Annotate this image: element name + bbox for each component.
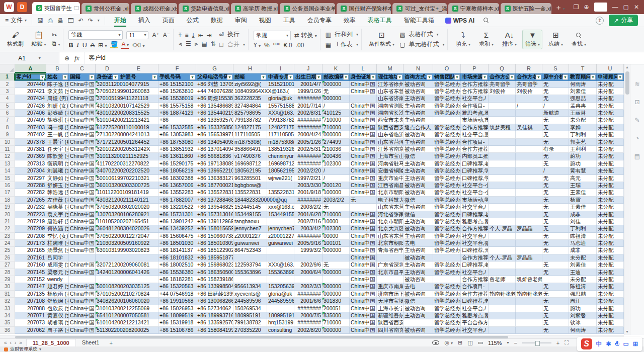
cell-G13[interactable]: +86 1971380890 — [196, 160, 233, 167]
cell-M16[interactable]: 江西省南昌 — [377, 182, 404, 189]
cell-J14[interactable]: 2002/2/20 — [294, 167, 323, 174]
cell-M13[interactable]: 河南省驻马 — [377, 160, 404, 167]
cell-P20[interactable]: 口碑推荐,老 — [461, 211, 489, 218]
sogou-ime-icon[interactable]: S — [581, 338, 592, 349]
cell-D6[interactable]: 430102200208315525 — [96, 110, 119, 117]
cell-H4[interactable]: 362228235 — [233, 95, 267, 102]
cell-F28[interactable]: +86 15536380 — [158, 269, 196, 276]
cell-K26[interactable] — [323, 254, 350, 261]
cell-F26[interactable]: +86 18101832 — [158, 254, 196, 261]
cell-L28[interactable]: China中国 — [350, 269, 377, 276]
cell-D28[interactable]: 142401200006041426 — [96, 269, 119, 276]
cell-M27[interactable]: 广东省深圳 — [377, 261, 404, 269]
cell-T5[interactable]: 孟冉冉 — [569, 103, 597, 110]
cell-F25[interactable]: +86 18141137 — [158, 247, 196, 254]
cell-C15[interactable]: China中国 — [69, 175, 96, 182]
cell-P27[interactable]: 口碑推荐,老 — [461, 261, 489, 269]
cell-B14[interactable]: 刘晨曦 (女 — [46, 167, 69, 174]
cell-H12[interactable]: v17490376 — [233, 153, 267, 160]
cell-J27[interactable]: 2002/9/6 — [294, 261, 323, 269]
cell-G15[interactable]: +86 1363831276 — [196, 175, 233, 182]
cell-K22[interactable]: 102300 — [323, 225, 350, 232]
column-header-D[interactable]: D — [96, 64, 119, 73]
cell-G24[interactable]: +86 1850103098 — [196, 240, 233, 247]
cell-R30[interactable] — [516, 283, 542, 290]
cell-M3[interactable]: 山东省东营 — [377, 88, 404, 95]
align-left-icon[interactable]: ⫷ — [179, 40, 182, 47]
cell-S24[interactable]: 无 — [542, 240, 569, 247]
cell-B20[interactable]: 袁文宇 (女 — [46, 211, 69, 218]
cell-P5[interactable]: 合作项目- — [461, 103, 489, 110]
cell-G12[interactable]: +86 56681836 — [196, 153, 233, 160]
filter-dropdown-icon[interactable]: ▼ — [397, 74, 403, 80]
cell-L21[interactable]: China中国 — [350, 218, 377, 225]
cell-U23[interactable]: 未分配 — [597, 233, 624, 240]
cell-J36[interactable]: 2002/8/20 — [294, 327, 323, 334]
cell-L36[interactable]: China中国 — [350, 327, 377, 334]
cell-N20[interactable]: 微信 — [404, 211, 433, 218]
cell-D5[interactable]: 430103200107142529 — [96, 103, 119, 110]
ime-language-toggle[interactable]: 中 — [596, 340, 602, 348]
paste-button[interactable]: 📋粘贴 ▾ — [29, 30, 49, 49]
cell-L12[interactable]: China中国 — [350, 153, 377, 160]
cell-L30[interactable]: China中国 — [350, 283, 377, 290]
zoom-slider[interactable] — [522, 342, 551, 343]
layout-switch-icon[interactable]: ❐ — [574, 4, 579, 11]
cell-U13[interactable]: 未分配 — [597, 160, 624, 167]
cell-J24[interactable]: 2005/9/16 — [294, 240, 323, 247]
cell-L20[interactable]: China中国 — [350, 211, 377, 218]
cell-I33[interactable] — [267, 305, 294, 312]
cell-U34[interactable]: 未分配 — [597, 312, 624, 319]
cell-I26[interactable] — [267, 254, 294, 261]
cell-L23[interactable]: China中国 — [350, 233, 377, 240]
cell-K16[interactable]: 200120 — [323, 182, 350, 189]
cell-A24[interactable]: 207173 — [15, 240, 46, 247]
cell-Q34[interactable] — [489, 312, 516, 319]
cell-Q17[interactable] — [489, 189, 516, 196]
cell-S26[interactable] — [542, 254, 569, 261]
cell-C31[interactable]: China中国 — [69, 291, 96, 298]
cell-P36[interactable]: 社交平台,/ — [461, 327, 489, 334]
cell-J15[interactable]: 1997/2/21 — [294, 175, 323, 182]
column-header-S[interactable]: S — [542, 64, 569, 73]
cell-E26[interactable] — [119, 254, 158, 261]
cut-button[interactable]: ✂ — [52, 31, 60, 39]
cell-A14[interactable]: 207304 — [15, 167, 46, 174]
filter-dropdown-icon[interactable]: ▼ — [370, 74, 376, 80]
cell-P14[interactable]: 口碑推荐,学 — [461, 167, 489, 174]
cell-R7[interactable] — [516, 117, 542, 124]
cell-P19[interactable]: 社交平台,/ — [461, 204, 489, 211]
cell-O15[interactable]: 留学总经办 — [433, 175, 461, 182]
cell-K31[interactable]: 000000 — [323, 291, 350, 298]
cell-I30[interactable]: 153205639 — [267, 283, 294, 290]
page-break-icon[interactable]: ▭ — [478, 339, 483, 346]
cell-F13[interactable]: +86 15290175 — [158, 160, 196, 167]
cell-L15[interactable]: China中国 — [350, 175, 377, 182]
cell-F17[interactable]: +86 13552283 — [158, 189, 196, 196]
cell-O34[interactable]: 留学总经办 — [433, 312, 461, 319]
cell-M12[interactable]: 上海市宝山 — [377, 153, 404, 160]
cell-G28[interactable]: +86 1863505000 — [196, 269, 233, 276]
cell-Q7[interactable] — [489, 117, 516, 124]
panel-box-icon[interactable]: ⊡ — [634, 99, 639, 106]
cell-I7[interactable]: 799138782 — [267, 117, 294, 124]
cell-P17[interactable]: 社交平台-小 — [461, 189, 489, 196]
strikethrough-button[interactable]: A — [91, 42, 95, 49]
cell-I5[interactable]: 155751588 — [267, 103, 294, 110]
cell-G20[interactable]: +86 1573130169 — [196, 211, 233, 218]
cell-J3[interactable]: 1999/1/26 — [294, 88, 323, 95]
row-header-21[interactable]: 21 — [0, 218, 15, 225]
cell-H32[interactable]: 244589596 — [233, 298, 267, 305]
fill-button[interactable]: ⤵填充 ▾ — [453, 30, 473, 49]
cell-A27[interactable]: 207160 — [15, 261, 46, 269]
cell-C21[interactable]: China中国 — [69, 218, 96, 225]
cell-style-button[interactable]: ▢单元格样式 ▾ — [399, 40, 444, 49]
cell-M21[interactable]: 北京市朝阳 — [377, 218, 404, 225]
cell-R3[interactable]: 刘俊伶 — [516, 88, 542, 95]
filter-dropdown-icon[interactable]: ▼ — [316, 74, 321, 80]
cell-M31[interactable]: 济南市历下 — [377, 291, 404, 298]
horizontal-scrollbar[interactable] — [0, 335, 624, 338]
cell-M14[interactable]: 安徽省铜陵 — [377, 167, 404, 174]
cell-K17[interactable]: 100000 — [323, 189, 350, 196]
cell-M15[interactable]: 重庆市渝中 — [377, 175, 404, 182]
